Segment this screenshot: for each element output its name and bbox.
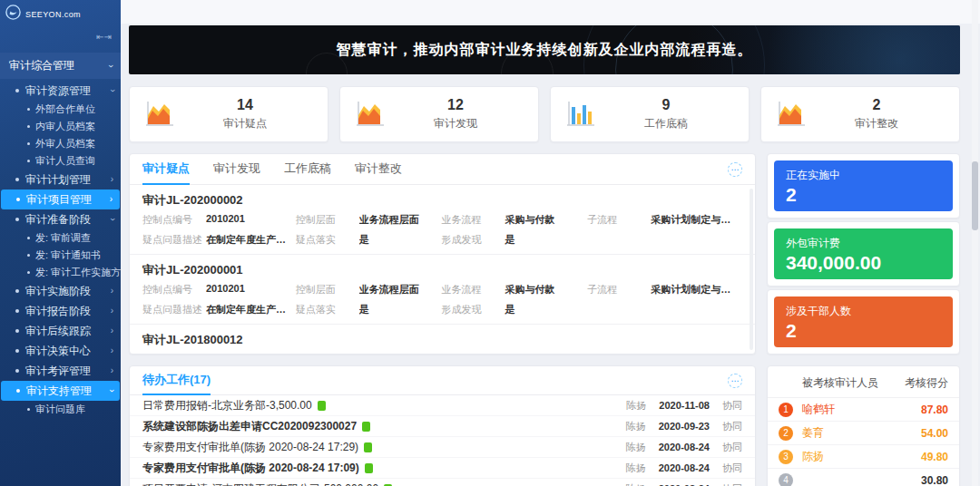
audit-list-item[interactable]: 审计JL-201800012控制点编号XXXX控制层面业务流程层面业务流程采购与… bbox=[130, 325, 755, 355]
rank-table-row[interactable]: 430.80 bbox=[768, 469, 959, 486]
sidebar-item-label: 发: 审前调查 bbox=[35, 231, 91, 245]
sidebar-item-label: 外部合作单位 bbox=[35, 102, 95, 116]
tab-2[interactable]: 工作底稿 bbox=[284, 154, 331, 185]
stat-value: 2 bbox=[808, 97, 945, 113]
stat-card[interactable]: 14审计疑点 bbox=[129, 86, 328, 142]
sidebar-item[interactable]: 审计后续跟踪› bbox=[0, 321, 121, 341]
kpi-card[interactable]: 涉及干部人数2 bbox=[774, 296, 953, 347]
sidebar-item[interactable]: 发: 审前调查 bbox=[0, 229, 121, 247]
sidebar-item[interactable]: 审计准备阶段› bbox=[0, 209, 121, 229]
assessment-rank-card: 被考核审计人员 考核得分 1喻鹤轩87.802姜育54.003陈扬49.8043… bbox=[767, 365, 960, 486]
audit-list-item[interactable]: 审计JL-202000001控制点编号2010201控制层面业务流程层面业务流程… bbox=[130, 255, 755, 325]
sidebar-item-label: 审计计划管理 bbox=[25, 172, 91, 188]
stat-text: 14审计疑点 bbox=[177, 97, 313, 131]
stat-card[interactable]: 2审计整改 bbox=[760, 86, 960, 142]
sidebar-item-label: 发: 审计工作实施方案 bbox=[35, 266, 121, 279]
sidebar-item[interactable]: 发: 审计工作实施方案 bbox=[0, 264, 121, 281]
sidebar-item[interactable]: 审计资源管理› bbox=[0, 81, 121, 101]
todo-item-text: 日常费用报销-北京业务部-3,500.00 bbox=[142, 398, 312, 413]
sidebar-item[interactable]: 内审人员档案 bbox=[0, 118, 121, 135]
rank-table-row[interactable]: 3陈扬49.80 bbox=[768, 445, 959, 469]
todo-item[interactable]: 专家费用支付审批单(陈扬 2020-08-24 17:09)陈扬2020-08-… bbox=[130, 458, 755, 479]
more-options-icon[interactable]: ⋯ bbox=[728, 162, 742, 177]
chevron-right-icon: › bbox=[111, 346, 113, 355]
sidebar-item-label: 审计实施阶段 bbox=[25, 284, 91, 299]
audit-detail-row: 疑点问题描述在制定年度生产经营计划过程...疑点落实是形成发现是 bbox=[142, 233, 740, 247]
field-pair: 疑点落实是 bbox=[296, 303, 442, 316]
tab-3[interactable]: 审计整改 bbox=[355, 154, 402, 185]
todo-tag: 协同 bbox=[722, 420, 742, 433]
sidebar-item[interactable]: 审计综合管理› bbox=[0, 53, 121, 79]
sidebar-item[interactable]: 审计计划管理› bbox=[0, 170, 121, 190]
bullet-icon bbox=[15, 289, 19, 293]
audit-item-title: 审计JL-202000002 bbox=[142, 192, 740, 209]
bullet-icon bbox=[15, 178, 19, 181]
sidebar-item[interactable]: 外部合作单位 bbox=[0, 101, 121, 118]
sidebar-item[interactable]: 审计项目管理› bbox=[1, 190, 120, 209]
rank-table-row[interactable]: 1喻鹤轩87.80 bbox=[768, 398, 959, 422]
sidebar-collapse-icon[interactable]: ⇤⇥ bbox=[96, 32, 112, 42]
rank-name: 姜育 bbox=[802, 425, 921, 441]
audit-list-scrollbar[interactable] bbox=[750, 189, 753, 350]
todo-person: 陈扬 bbox=[626, 399, 646, 413]
stat-label: 工作底稿 bbox=[598, 116, 734, 131]
tab-1[interactable]: 审计发现 bbox=[213, 154, 260, 185]
more-options-icon[interactable]: ⋯ bbox=[728, 374, 742, 388]
field-value: 采购与付款 bbox=[505, 213, 562, 227]
field-pair: 形成发现是 bbox=[441, 233, 587, 247]
middle-row: 审计疑点审计发现工作底稿审计整改⋯ 审计JL-202000002控制点编号201… bbox=[129, 153, 960, 355]
sidebar-item-label: 发: 审计通知书 bbox=[35, 248, 101, 262]
page-scrollbar-thumb[interactable] bbox=[972, 161, 978, 230]
sidebar-item[interactable]: 审计实施阶段› bbox=[0, 281, 121, 301]
sidebar-item[interactable]: 审计支持管理› bbox=[1, 381, 120, 401]
field-pair: 业务流程采购与付款 bbox=[441, 353, 587, 355]
stat-value: 12 bbox=[387, 97, 524, 113]
rank-table-row[interactable]: 2姜育54.00 bbox=[768, 422, 959, 445]
field-value: 采购与付款 bbox=[505, 353, 562, 355]
todo-tag: 协同 bbox=[722, 462, 742, 475]
audit-tabs: 审计疑点审计发现工作底稿审计整改⋯ bbox=[130, 154, 755, 185]
field-value: 是 bbox=[505, 303, 522, 316]
sidebar-item[interactable]: 审计报告阶段› bbox=[0, 301, 121, 321]
kpi-card[interactable]: 正在实施中2 bbox=[774, 160, 953, 211]
todo-title[interactable]: 待办工作(17) bbox=[142, 366, 211, 395]
rank-name: 喻鹤轩 bbox=[802, 402, 921, 417]
field-label: 控制层面 bbox=[296, 213, 359, 227]
sidebar-item-label: 外审人员档案 bbox=[35, 137, 95, 151]
bullet-icon bbox=[15, 309, 19, 313]
field-value: 业务流程层面 bbox=[359, 283, 426, 296]
sidebar-item[interactable]: 审计问题库 bbox=[0, 401, 121, 418]
field-label: 形成发现 bbox=[441, 303, 505, 316]
todo-item[interactable]: 系统建设部陈扬出差申请CC2020092300027陈扬2020-09-23协同 bbox=[130, 416, 755, 437]
audit-list-card: 审计疑点审计发现工作底稿审计整改⋯ 审计JL-202000002控制点编号201… bbox=[129, 153, 756, 355]
todo-item[interactable]: 专家费用支付审批单(陈扬 2020-08-24 17:29)陈扬2020-08-… bbox=[130, 437, 755, 458]
audit-list: 审计JL-202000002控制点编号2010201控制层面业务流程层面业务流程… bbox=[130, 185, 755, 355]
sidebar-item[interactable]: 审计决策中心› bbox=[0, 341, 121, 361]
kpi-value: 2 bbox=[786, 184, 941, 206]
todo-item[interactable]: 项目开票申请-河南四建工程有限公司-500,000.00陈扬2020-08-24… bbox=[130, 479, 755, 486]
logo-text: SEEYON.com bbox=[25, 10, 81, 19]
todo-date: 2020-08-24 bbox=[659, 462, 710, 473]
sidebar-item[interactable]: 审计考评管理› bbox=[0, 361, 121, 381]
todo-list: 日常费用报销-北京业务部-3,500.00陈扬2020-11-08协同系统建设部… bbox=[130, 395, 755, 486]
field-label: 子流程 bbox=[587, 213, 651, 227]
sidebar-item-label: 审计后续跟踪 bbox=[25, 324, 91, 339]
sidebar-item[interactable]: 外审人员档案 bbox=[0, 135, 121, 152]
kpi-card[interactable]: 外包审计费340,000.00 bbox=[774, 228, 953, 279]
todo-date: 2020-08-24 bbox=[659, 442, 710, 452]
attachment-icon bbox=[364, 442, 372, 452]
field-label: 疑点问题描述 bbox=[142, 303, 206, 316]
stat-card[interactable]: 9工作底稿 bbox=[550, 86, 750, 142]
sidebar-item[interactable]: 审计人员查询 bbox=[0, 152, 121, 170]
audit-list-item[interactable]: 审计JL-202000002控制点编号2010201控制层面业务流程层面业务流程… bbox=[130, 185, 755, 255]
todo-person: 陈扬 bbox=[626, 441, 646, 454]
todo-item-text: 专家费用支付审批单(陈扬 2020-08-24 17:09) bbox=[142, 461, 359, 476]
sidebar-item-label: 审计项目管理 bbox=[26, 192, 92, 208]
stat-card[interactable]: 12审计发现 bbox=[339, 86, 539, 142]
todo-item[interactable]: 日常费用报销-北京业务部-3,500.00陈扬2020-11-08协同 bbox=[130, 395, 755, 416]
rank-score: 49.80 bbox=[921, 451, 948, 463]
bullet-icon bbox=[16, 198, 20, 201]
sidebar-item[interactable]: 发: 审计通知书 bbox=[0, 247, 121, 264]
tab-0[interactable]: 审计疑点 bbox=[142, 154, 190, 185]
todo-tag: 协同 bbox=[722, 482, 742, 486]
